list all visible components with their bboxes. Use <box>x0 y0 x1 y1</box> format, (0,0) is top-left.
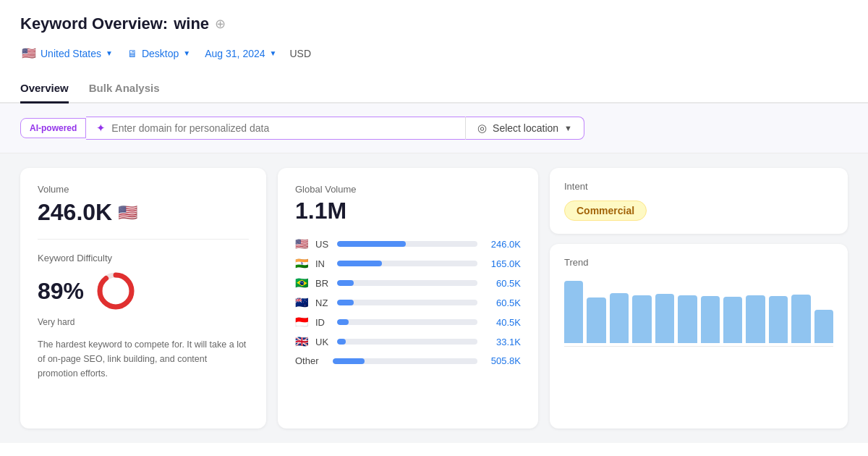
card-divider <box>38 239 249 240</box>
country-code: IN <box>315 258 331 269</box>
tabs-row: Overview Bulk Analysis <box>0 75 868 104</box>
volume-flag: 🇺🇸 <box>118 203 137 222</box>
location-label: United States <box>41 48 101 59</box>
volume-card: Volume 246.0K 🇺🇸 Keyword Difficulty 89% … <box>20 168 266 428</box>
country-bar-fill <box>337 319 349 325</box>
country-code: UK <box>315 337 331 347</box>
trend-axis <box>564 346 833 347</box>
global-volume-label: Global Volume <box>295 184 521 195</box>
location-pin-icon: ◎ <box>477 122 487 135</box>
tab-overview[interactable]: Overview <box>20 75 69 104</box>
select-location-button[interactable]: ◎ Select location ▼ <box>465 117 584 140</box>
country-flag: 🇺🇸 <box>295 237 310 250</box>
page-title: Keyword Overview: <box>20 14 168 33</box>
currency-label: USD <box>289 48 311 59</box>
keyword-name: wine <box>174 14 209 33</box>
country-bar-fill <box>337 300 354 305</box>
country-row: 🇺🇸 US 246.0K <box>295 237 521 250</box>
domain-input-wrapper: ✦ <box>86 117 465 140</box>
trend-chart <box>564 278 833 343</box>
other-bar-bg <box>333 358 477 364</box>
domain-input[interactable] <box>111 122 455 134</box>
country-bar-bg <box>337 241 477 247</box>
page-wrapper: Keyword Overview: wine ⊕ 🇺🇸 United State… <box>0 0 868 456</box>
country-code: BR <box>315 278 331 289</box>
svg-point-1 <box>100 275 132 307</box>
trend-bar <box>564 281 583 343</box>
country-flag: 🇮🇳 <box>295 257 310 270</box>
device-chevron: ▼ <box>183 49 190 57</box>
right-column: Intent Commercial Trend <box>550 168 848 428</box>
device-filter[interactable]: 🖥 Desktop ▼ <box>126 45 192 62</box>
intent-label: Intent <box>564 181 833 192</box>
country-code: ID <box>315 317 331 328</box>
global-volume-value: 1.1M <box>295 198 521 224</box>
trend-bar <box>587 297 605 343</box>
country-flag: 🇧🇷 <box>295 276 310 290</box>
country-row: 🇳🇿 NZ 60.5K <box>295 296 521 309</box>
ai-bar-section: AI-powered ✦ ◎ Select location ▼ <box>0 104 868 153</box>
country-value: 33.1K <box>483 337 521 347</box>
intent-card: Intent Commercial <box>550 168 848 234</box>
trend-bar <box>769 296 788 343</box>
device-label: Desktop <box>142 48 179 59</box>
country-bar-fill <box>337 280 354 286</box>
difficulty-value: 89% <box>38 278 84 305</box>
trend-card: Trend <box>550 244 848 428</box>
country-row: 🇮🇳 IN 165.0K <box>295 257 521 270</box>
tab-bulk-analysis[interactable]: Bulk Analysis <box>89 75 160 104</box>
add-keyword-icon[interactable]: ⊕ <box>215 16 226 32</box>
filters-row: 🇺🇸 United States ▼ 🖥 Desktop ▼ Aug 31, 2… <box>20 43 848 63</box>
trend-bar <box>632 295 651 343</box>
country-value: 165.0K <box>483 258 521 269</box>
trend-bar <box>723 297 742 343</box>
country-bar-fill <box>337 339 346 345</box>
country-row: 🇬🇧 UK 33.1K <box>295 335 521 348</box>
volume-label: Volume <box>38 184 249 195</box>
other-row: Other 505.8K <box>295 355 521 366</box>
donut-chart <box>95 271 136 311</box>
other-label: Other <box>295 355 327 366</box>
country-bar-fill <box>337 241 406 247</box>
country-flag: 🇮🇩 <box>295 316 310 329</box>
country-bar-bg <box>337 319 477 325</box>
date-filter[interactable]: Aug 31, 2024 ▼ <box>203 45 278 62</box>
country-bar-bg <box>337 339 477 345</box>
country-code: US <box>315 239 331 250</box>
country-bar-bg <box>337 300 477 305</box>
other-bar-fill <box>333 358 365 364</box>
country-value: 60.5K <box>483 297 521 308</box>
trend-bar <box>791 295 810 343</box>
volume-value: 246.0K 🇺🇸 <box>38 199 249 226</box>
us-flag: 🇺🇸 <box>22 46 36 60</box>
country-bar-bg <box>337 261 477 266</box>
trend-bar <box>610 293 629 343</box>
country-flag: 🇳🇿 <box>295 296 310 309</box>
intent-badge: Commercial <box>564 200 647 221</box>
country-row: 🇧🇷 BR 60.5K <box>295 276 521 290</box>
country-flag: 🇬🇧 <box>295 335 310 348</box>
location-dropdown-chevron: ▼ <box>564 124 572 132</box>
country-value: 40.5K <box>483 317 521 328</box>
country-bar-fill <box>337 261 382 266</box>
country-value: 246.0K <box>483 239 521 250</box>
trend-bar <box>746 295 765 343</box>
global-volume-card: Global Volume 1.1M 🇺🇸 US 246.0K 🇮🇳 IN 16… <box>278 168 538 428</box>
ai-powered-badge: AI-powered <box>20 118 86 138</box>
location-filter[interactable]: 🇺🇸 United States ▼ <box>20 43 114 63</box>
very-hard-label: Very hard <box>38 317 249 327</box>
date-label: Aug 31, 2024 <box>205 48 265 59</box>
ai-bar: AI-powered ✦ ◎ Select location ▼ <box>20 117 584 140</box>
trend-label: Trend <box>564 257 833 268</box>
difficulty-label: Keyword Difficulty <box>38 253 249 263</box>
date-chevron: ▼ <box>270 49 277 57</box>
country-value: 60.5K <box>483 278 521 289</box>
main-content: Volume 246.0K 🇺🇸 Keyword Difficulty 89% … <box>0 153 868 443</box>
country-list: 🇺🇸 US 246.0K 🇮🇳 IN 165.0K 🇧🇷 BR 60.5K 🇳🇿… <box>295 237 521 348</box>
device-icon: 🖥 <box>127 48 137 59</box>
header: Keyword Overview: wine ⊕ 🇺🇸 United State… <box>0 0 868 63</box>
location-chevron: ▼ <box>106 49 113 57</box>
sparkle-icon: ✦ <box>96 122 106 135</box>
country-code: NZ <box>315 297 331 308</box>
trend-bar <box>701 296 720 343</box>
